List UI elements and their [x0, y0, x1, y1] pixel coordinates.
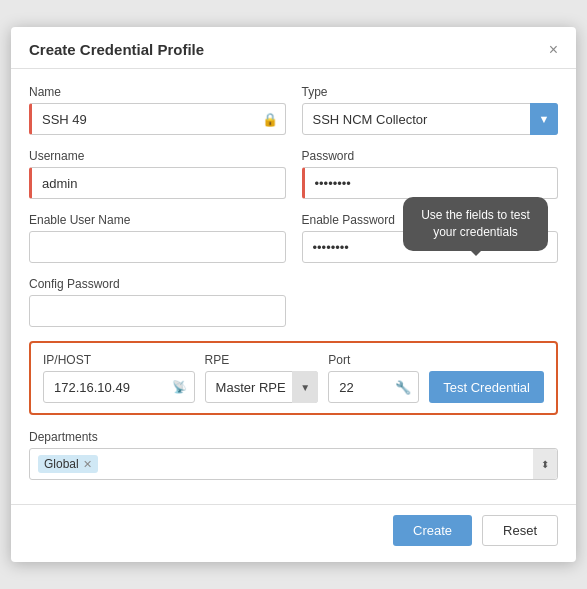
config-password-group: Config Password	[29, 277, 286, 327]
dept-tag-close-icon[interactable]: ✕	[83, 458, 92, 471]
config-password-label: Config Password	[29, 277, 286, 291]
rpe-select[interactable]: Master RPE	[205, 371, 319, 403]
enable-username-group: Enable User Name	[29, 213, 286, 263]
rpe-select-wrapper: Master RPE ▼	[205, 371, 319, 403]
type-group: Type SSH NCM Collector ▼	[302, 85, 559, 135]
password-label: Password	[302, 149, 559, 163]
test-btn-group: Test Credential	[429, 371, 544, 403]
departments-dropdown-arrow: ⬍	[533, 449, 557, 479]
password-input-wrapper	[302, 167, 559, 199]
port-label: Port	[328, 353, 419, 367]
create-credential-modal: Create Credential Profile × Name 🔒 Type …	[11, 27, 576, 562]
name-input-wrapper: 🔒	[29, 103, 286, 135]
lock-icon: 🔒	[262, 112, 278, 127]
config-spacer: Use the fields to test your credentials	[302, 277, 559, 327]
name-type-row: Name 🔒 Type SSH NCM Collector ▼	[29, 85, 558, 135]
test-section: IP/HOST 📡 RPE Master RPE ▼	[29, 341, 558, 415]
name-label: Name	[29, 85, 286, 99]
enable-username-input[interactable]	[29, 231, 286, 263]
modal-header: Create Credential Profile ×	[11, 27, 576, 69]
departments-section: Departments Global ✕ ⬍	[29, 429, 558, 480]
rpe-label: RPE	[205, 353, 319, 367]
reset-button[interactable]: Reset	[482, 515, 558, 546]
port-input-wrapper: 🔧	[328, 371, 419, 403]
username-password-row: Username Password	[29, 149, 558, 199]
name-input[interactable]	[29, 103, 286, 135]
ip-input-wrapper: 📡	[43, 371, 195, 403]
config-password-wrapper	[29, 295, 286, 327]
test-row: IP/HOST 📡 RPE Master RPE ▼	[43, 353, 544, 403]
password-input[interactable]	[302, 167, 559, 199]
name-group: Name 🔒	[29, 85, 286, 135]
test-credential-button[interactable]: Test Credential	[429, 371, 544, 403]
port-group: Port 🔧	[328, 353, 419, 403]
modal-title: Create Credential Profile	[29, 41, 204, 58]
username-group: Username	[29, 149, 286, 199]
username-input-wrapper	[29, 167, 286, 199]
modal-footer: Create Reset	[11, 504, 576, 562]
create-button[interactable]: Create	[393, 515, 472, 546]
rpe-group: RPE Master RPE ▼	[205, 353, 319, 403]
network-icon: 📡	[172, 380, 187, 394]
username-label: Username	[29, 149, 286, 163]
ip-group: IP/HOST 📡	[43, 353, 195, 403]
departments-select-wrapper[interactable]: Global ✕ ⬍	[29, 448, 558, 480]
wrench-icon: 🔧	[395, 380, 411, 395]
modal-body: Name 🔒 Type SSH NCM Collector ▼ Userna	[11, 69, 576, 504]
config-password-input[interactable]	[29, 295, 286, 327]
tooltip-bubble: Use the fields to test your credentials	[403, 197, 548, 251]
ip-label: IP/HOST	[43, 353, 195, 367]
password-group: Password	[302, 149, 559, 199]
departments-label: Departments	[29, 430, 98, 444]
config-row: Config Password Use the fields to test y…	[29, 277, 558, 327]
enable-username-label: Enable User Name	[29, 213, 286, 227]
type-select[interactable]: SSH NCM Collector	[302, 103, 559, 135]
type-select-wrapper: SSH NCM Collector ▼	[302, 103, 559, 135]
enable-username-wrapper	[29, 231, 286, 263]
type-label: Type	[302, 85, 559, 99]
dept-tag-label: Global	[44, 457, 79, 471]
tooltip-text: Use the fields to test your credentials	[421, 208, 530, 239]
close-icon[interactable]: ×	[549, 42, 558, 58]
username-input[interactable]	[29, 167, 286, 199]
dept-tag-global: Global ✕	[38, 455, 98, 473]
